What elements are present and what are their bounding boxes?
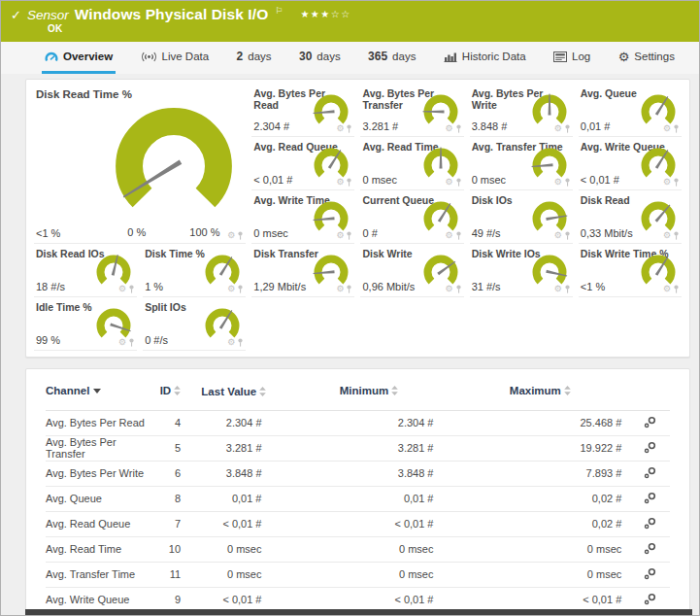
gear-icon[interactable]: ⚙ xyxy=(446,178,453,187)
gauge-cell[interactable]: Disk Write Time % <1 %⚙ xyxy=(579,244,682,297)
gear-icon[interactable]: ⚙ xyxy=(446,124,453,133)
column-header-min[interactable]: Minimum xyxy=(286,385,450,396)
channel-name[interactable]: Avg. Bytes Per Transfer xyxy=(46,436,151,460)
gauge-cell-actions[interactable]: ⚙ xyxy=(336,285,352,293)
gauge-cell[interactable]: Avg. Bytes Per Read 2.304 #⚙ xyxy=(251,84,354,137)
gauge-cell-actions[interactable]: ⚙ xyxy=(663,124,680,133)
pin-icon xyxy=(455,231,462,240)
tab-historic-data[interactable]: Historic Data xyxy=(441,42,529,74)
gauge-cell-actions[interactable]: ⚙ xyxy=(554,178,571,187)
channel-name[interactable]: Avg. Bytes Per Read xyxy=(46,417,151,428)
gauge-cell[interactable]: Avg. Queue 0,01 #⚙ xyxy=(579,84,682,137)
edit-channel-button[interactable] xyxy=(629,567,670,582)
gauge-cell[interactable]: Disk Time % 1 %⚙ xyxy=(143,244,246,297)
gauge-cell[interactable]: Disk Write 0,96 Mbit/s⚙ xyxy=(360,244,463,297)
gauge-cell-actions[interactable]: ⚙ xyxy=(554,231,571,240)
gear-icon[interactable]: ⚙ xyxy=(554,178,562,187)
gauge-cell-actions[interactable]: ⚙ xyxy=(446,231,462,240)
gauge-cell[interactable]: Avg. Write Queue < 0,01 #⚙ xyxy=(579,137,682,190)
column-header-id[interactable]: ID xyxy=(151,385,181,396)
gauge-cell[interactable]: Avg. Bytes Per Write 3.848 #⚙ xyxy=(470,84,573,137)
edit-channel-button[interactable] xyxy=(629,517,670,531)
gear-icon[interactable]: ⚙ xyxy=(118,338,126,347)
gear-icon[interactable]: ⚙ xyxy=(554,231,562,240)
gear-icon[interactable]: ⚙ xyxy=(336,285,344,293)
edit-channel-button[interactable] xyxy=(629,492,670,506)
gear-icon[interactable]: ⚙ xyxy=(446,231,453,240)
gear-icon[interactable]: ⚙ xyxy=(663,285,671,293)
tab-30-days[interactable]: 30days xyxy=(296,42,344,74)
gauge-cell-actions[interactable]: ⚙ xyxy=(446,178,462,187)
gear-icon[interactable]: ⚙ xyxy=(227,285,235,293)
gauge-cell[interactable]: Disk Write IOs 31 #/s⚙ xyxy=(470,244,573,297)
gauge-cell-actions[interactable]: ⚙ xyxy=(227,285,244,293)
gauge-cell[interactable]: Idle Time % 99 %⚙ xyxy=(34,297,137,351)
channel-id: 4 xyxy=(151,417,181,428)
gear-icon[interactable]: ⚙ xyxy=(554,124,562,133)
gauge-cell-actions[interactable]: ⚙ xyxy=(118,285,135,293)
gauge-value: 3.848 # xyxy=(472,120,508,132)
gear-icon[interactable]: ⚙ xyxy=(336,231,344,240)
gauge-cell[interactable]: Disk Transfer 1,29 Mbit/s⚙ xyxy=(251,244,354,297)
edit-channel-button[interactable] xyxy=(629,441,670,456)
gear-icon[interactable]: ⚙ xyxy=(336,178,344,187)
gear-icon[interactable]: ⚙ xyxy=(227,231,235,240)
gauge-cell[interactable]: Avg. Transfer Time 0 msec⚙ xyxy=(470,137,573,190)
channel-name[interactable]: Avg. Read Time xyxy=(46,543,151,555)
tab-settings[interactable]: ⚙Settings xyxy=(616,42,678,74)
gear-icon[interactable]: ⚙ xyxy=(227,338,235,347)
edit-channel-button[interactable] xyxy=(629,466,670,481)
primary-gauge-cell[interactable]: Disk Read Time % 0 % 100 % <1 %⚙ xyxy=(34,84,246,244)
column-header-max[interactable]: Maximum xyxy=(450,385,629,396)
tab-log[interactable]: Log xyxy=(550,42,593,74)
gauge-cell-actions[interactable]: ⚙ xyxy=(227,231,244,240)
edit-channel-button[interactable] xyxy=(629,593,670,607)
gear-icon[interactable]: ⚙ xyxy=(118,285,126,293)
gauge-cell[interactable]: Avg. Read Time 0 msec⚙ xyxy=(360,137,463,190)
tab-2-days[interactable]: 2days xyxy=(234,42,275,74)
gear-icon[interactable]: ⚙ xyxy=(554,285,562,293)
edit-channel-button[interactable] xyxy=(629,416,670,430)
tab-overview[interactable]: Overview xyxy=(42,42,116,74)
tab-365-days[interactable]: 365days xyxy=(365,42,418,74)
gear-icon[interactable]: ⚙ xyxy=(663,178,671,187)
gauge-cell-actions[interactable]: ⚙ xyxy=(554,124,571,133)
tab-label: days xyxy=(248,51,271,62)
tab-live-data[interactable]: Live Data xyxy=(138,42,213,74)
channel-last-value: < 0,01 # xyxy=(181,594,286,605)
gear-icon[interactable]: ⚙ xyxy=(446,285,453,293)
gauge-cell[interactable]: Avg. Read Queue < 0,01 #⚙ xyxy=(251,137,354,190)
gauge-cell-actions[interactable]: ⚙ xyxy=(446,285,462,293)
channel-name[interactable]: Avg. Queue xyxy=(46,493,151,504)
gauge-cell-actions[interactable]: ⚙ xyxy=(663,231,680,240)
gauge-cell-actions[interactable]: ⚙ xyxy=(118,338,135,347)
gauge-cell[interactable]: Disk Read 0,33 Mbit/s⚙ xyxy=(579,190,682,244)
gauge-cell-actions[interactable]: ⚙ xyxy=(446,124,462,133)
gauge-cell-actions[interactable]: ⚙ xyxy=(663,285,680,293)
gear-icon[interactable]: ⚙ xyxy=(663,124,671,133)
gauge-cell-actions[interactable]: ⚙ xyxy=(227,338,244,347)
priority-flag-icon[interactable]: ⚐ xyxy=(275,6,283,16)
column-header-last[interactable]: Last Value xyxy=(181,385,286,400)
channel-name[interactable]: Avg. Bytes Per Write xyxy=(46,467,151,479)
gauge-cell-actions[interactable]: ⚙ xyxy=(336,124,352,133)
channel-name[interactable]: Avg. Write Queue xyxy=(46,594,151,605)
gauge-cell[interactable]: Disk IOs 49 #/s⚙ xyxy=(470,190,573,244)
pin-icon xyxy=(455,178,462,187)
priority-stars[interactable]: ★★★☆☆ xyxy=(300,9,350,19)
gauge-cell-actions[interactable]: ⚙ xyxy=(336,178,352,187)
channel-name[interactable]: Avg. Read Queue xyxy=(46,518,151,530)
gauge-cell[interactable]: Disk Read IOs 18 #/s⚙ xyxy=(34,244,137,297)
gauge-cell[interactable]: Avg. Bytes Per Transfer 3.281 #⚙ xyxy=(360,84,463,137)
gauge-cell-actions[interactable]: ⚙ xyxy=(336,231,352,240)
edit-channel-button[interactable] xyxy=(629,542,670,557)
gauge-cell-actions[interactable]: ⚙ xyxy=(663,178,680,187)
gear-icon[interactable]: ⚙ xyxy=(663,231,671,240)
channel-name[interactable]: Avg. Transfer Time xyxy=(46,568,151,580)
gauge-cell[interactable]: Split IOs 0 #/s⚙ xyxy=(143,297,246,351)
gauge-cell[interactable]: Avg. Write Time 0 msec⚙ xyxy=(251,190,354,244)
gear-icon[interactable]: ⚙ xyxy=(336,124,344,133)
gauge-cell[interactable]: Current Queue 0 #⚙ xyxy=(360,190,463,244)
gauge-cell-actions[interactable]: ⚙ xyxy=(554,285,571,293)
column-header-channel[interactable]: Channel xyxy=(46,385,151,396)
